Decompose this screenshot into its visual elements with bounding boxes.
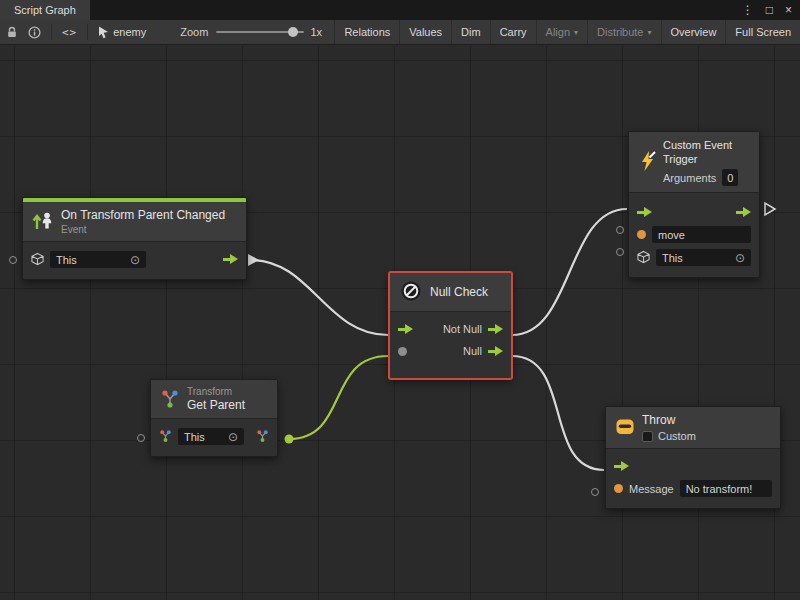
- node-header[interactable]: On Transform Parent Changed Event: [23, 202, 246, 242]
- this-dropdown[interactable]: This ⊙: [50, 251, 146, 268]
- separator: [51, 24, 52, 40]
- dim-button[interactable]: Dim: [451, 20, 490, 44]
- lock-icon[interactable]: [6, 26, 18, 39]
- node-title: On Transform Parent Changed: [61, 208, 225, 222]
- graph-canvas[interactable]: On Transform Parent Changed Event This ⊙: [0, 46, 800, 600]
- graph-name-label: enemy: [113, 26, 146, 38]
- node-on-transform-parent-changed[interactable]: On Transform Parent Changed Event This ⊙: [22, 197, 247, 280]
- message-row: Message No transform!: [606, 477, 780, 500]
- wire-event-to-nullcheck[interactable]: [251, 260, 388, 335]
- flow-input-port[interactable]: [614, 461, 629, 472]
- message-field[interactable]: No transform!: [680, 480, 772, 497]
- overview-button[interactable]: Overview: [661, 20, 726, 44]
- node-trigger-custom-event[interactable]: Custom Event Trigger Arguments 0: [628, 131, 760, 278]
- wire-green-start-dot: [285, 435, 294, 444]
- node-header[interactable]: Throw Custom: [606, 407, 780, 449]
- tab-label: Script Graph: [14, 4, 76, 16]
- arguments-label: Arguments: [663, 172, 716, 184]
- event-name-field[interactable]: move: [652, 226, 751, 243]
- carry-button[interactable]: Carry: [490, 20, 536, 44]
- values-button[interactable]: Values: [399, 20, 451, 44]
- node-get-parent[interactable]: Transform Get Parent This ⊙: [150, 379, 278, 457]
- align-button[interactable]: Align ▾: [536, 20, 587, 44]
- wire-getparent-to-nullcheck[interactable]: [289, 356, 388, 439]
- titlebar: Script Graph ⋮ □ ×: [0, 0, 800, 20]
- throw-exception-icon: [615, 417, 635, 438]
- node-null-check[interactable]: Null Check Not Null Null: [389, 272, 512, 379]
- node-throw[interactable]: Throw Custom Message No transform!: [605, 406, 781, 509]
- value-input-port[interactable]: [9, 256, 17, 264]
- chevron-down-icon: ▾: [574, 29, 578, 37]
- node-category: Transform: [187, 386, 245, 398]
- object-picker-icon[interactable]: ⊙: [130, 254, 140, 266]
- graph-toolbar: <> enemy Zoom 1x Relations Values Dim Ca…: [0, 20, 800, 45]
- info-icon[interactable]: [28, 26, 41, 39]
- node-title: Get Parent: [187, 398, 245, 412]
- custom-label: Custom: [658, 430, 696, 442]
- separator: [87, 24, 88, 40]
- node-title: Null Check: [430, 285, 488, 299]
- flow-continuation-arrow: [765, 203, 775, 215]
- node-header[interactable]: Null Check: [390, 273, 511, 312]
- close-icon[interactable]: ×: [785, 4, 792, 16]
- node-subtitle: Trigger: [663, 152, 738, 166]
- maximize-icon[interactable]: □: [766, 4, 773, 16]
- node-header[interactable]: Transform Get Parent: [151, 380, 277, 419]
- value-input-port[interactable]: [137, 434, 145, 442]
- flow-output-port[interactable]: [736, 207, 751, 218]
- script-graph-window: Script Graph ⋮ □ × <>: [0, 0, 800, 45]
- distribute-button[interactable]: Distribute ▾: [587, 20, 660, 44]
- null-row: Null: [390, 340, 511, 362]
- arguments-count-field[interactable]: 0: [722, 169, 738, 186]
- zoom-value: 1x: [310, 26, 322, 38]
- custom-checkbox[interactable]: [642, 431, 653, 442]
- object-picker-icon[interactable]: ⊙: [228, 431, 238, 443]
- null-label: Null: [463, 345, 482, 357]
- zoom-slider-handle[interactable]: [288, 27, 298, 37]
- this-dropdown[interactable]: This ⊙: [178, 428, 244, 445]
- value-input-port-dot[interactable]: [398, 347, 407, 356]
- full-screen-button[interactable]: Full Screen: [725, 20, 800, 44]
- this-row: This ⊙: [151, 425, 277, 448]
- value-input-port[interactable]: [616, 248, 624, 256]
- edit-graph-code-icon[interactable]: <>: [62, 26, 77, 39]
- value-input-port[interactable]: [616, 226, 624, 234]
- flow-input-port[interactable]: [637, 207, 652, 218]
- toolbar-buttons: Relations Values Dim Carry Align ▾ Distr…: [334, 20, 800, 44]
- node-title: Throw: [642, 413, 696, 427]
- node-title: Custom Event: [663, 138, 738, 152]
- transform-icon: [160, 388, 180, 410]
- transform-output-port-icon[interactable]: [256, 429, 269, 444]
- zoom-slider[interactable]: [216, 26, 304, 38]
- chevron-down-icon: ▾: [648, 29, 652, 37]
- custom-event-bolt-icon: [638, 150, 656, 174]
- flow-output-port[interactable]: [223, 254, 238, 265]
- transform-parent-event-icon: [32, 211, 54, 233]
- node-subtitle: Event: [61, 224, 225, 235]
- wire-null-to-throw[interactable]: [512, 356, 604, 470]
- zoom-label: Zoom: [180, 26, 208, 38]
- null-output-port[interactable]: [488, 346, 503, 357]
- message-label: Message: [629, 483, 674, 495]
- relations-button[interactable]: Relations: [334, 20, 399, 44]
- object-picker-icon[interactable]: ⊙: [735, 252, 745, 264]
- string-input-port-dot[interactable]: [614, 484, 623, 493]
- flow-input-port[interactable]: [398, 324, 413, 335]
- tab-script-graph[interactable]: Script Graph: [0, 0, 90, 20]
- wire-notnull-to-customevent[interactable]: [512, 209, 627, 335]
- menu-kebab-icon[interactable]: ⋮: [742, 4, 754, 16]
- not-null-output-port[interactable]: [488, 324, 503, 335]
- string-input-port-dot[interactable]: [637, 230, 646, 239]
- transform-mini-icon: [159, 429, 172, 444]
- node-header[interactable]: Custom Event Trigger Arguments 0: [629, 132, 759, 193]
- graph-pointer-icon: [98, 26, 109, 39]
- gameobject-cube-icon: [31, 252, 44, 268]
- flow-row: [629, 201, 759, 223]
- flow-row: [606, 455, 780, 477]
- event-name-row: move: [629, 223, 759, 246]
- this-dropdown[interactable]: This ⊙: [656, 249, 751, 266]
- null-check-icon: [399, 279, 423, 305]
- value-input-port[interactable]: [591, 488, 599, 496]
- not-null-row: Not Null: [390, 318, 511, 340]
- gameobject-cube-icon: [637, 250, 650, 266]
